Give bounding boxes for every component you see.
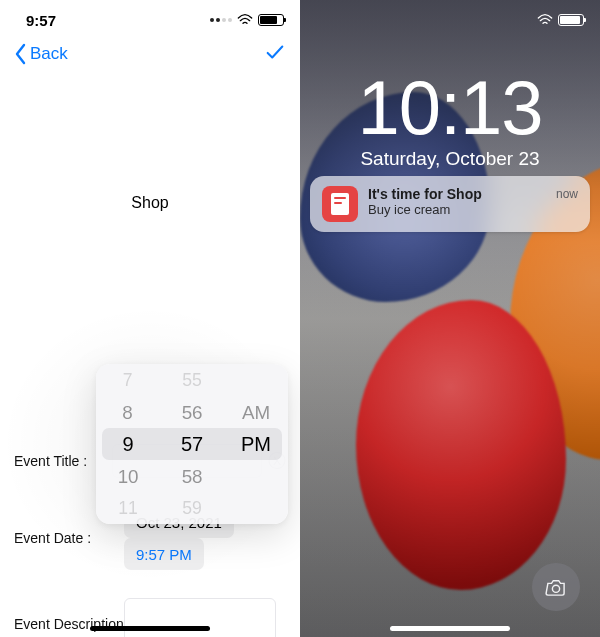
event-time-button[interactable]: 9:57 PM [124,538,204,570]
lockscreen-clock: 10:13 Saturday, October 23 [300,70,600,170]
picker-minute-column[interactable]: 55 56 57 58 59 [160,364,224,524]
row-event-description: Event Description : [14,598,286,637]
status-bar: 9:57 [0,0,300,34]
home-indicator[interactable] [90,626,210,631]
confirm-button[interactable] [264,41,286,67]
page-title: Shop [0,194,300,212]
picker-minute-selected: 57 [181,428,203,460]
picker-hour-option: 10 [118,461,139,491]
svg-point-0 [552,585,559,592]
picker-minute-option: 59 [182,494,202,522]
phone-lock-screen: 10:13 Saturday, October 23 It's time for… [300,0,600,637]
back-button[interactable]: Back [14,43,68,65]
clock-time: 10:13 [300,70,600,146]
back-label: Back [30,44,68,64]
status-bar [300,0,600,34]
cellular-icon [210,18,232,22]
picker-minute-option: 56 [182,397,203,427]
event-date-label: Event Date : [14,530,124,546]
phone-edit-event: 9:57 Back Shop 7 [0,0,300,637]
camera-icon [545,578,567,596]
picker-ampm-selected: PM [241,428,271,460]
notification-body: It's time for Shop Buy ice cream [368,186,546,222]
status-time: 9:57 [26,12,56,29]
notification-card[interactable]: It's time for Shop Buy ice cream now [310,176,590,232]
home-indicator[interactable] [390,626,510,631]
chevron-left-icon [14,43,28,65]
event-description-input[interactable] [124,598,276,637]
picker-minute-option: 58 [182,461,203,491]
event-description-label: Event Description : [14,598,124,637]
left-content: Shop 7 8 9 10 11 55 56 57 58 59 [0,74,300,212]
notification-title: It's time for Shop [368,186,546,202]
battery-icon [258,14,284,26]
clock-date: Saturday, October 23 [300,148,600,170]
picker-hour-option: 11 [118,494,138,522]
two-phone-canvas: 9:57 Back Shop 7 [0,0,600,637]
notification-app-icon [322,186,358,222]
picker-hour-option: 7 [123,366,133,394]
notification-timestamp: now [556,186,578,201]
nav-bar: Back [0,34,300,74]
status-icons [537,14,584,26]
picker-hour-column[interactable]: 7 8 9 10 11 [96,364,160,524]
time-picker[interactable]: 7 8 9 10 11 55 56 57 58 59 AM PM [96,364,288,524]
status-icons [210,14,284,26]
wifi-icon [537,14,553,26]
lockscreen-camera-button[interactable] [532,563,580,611]
wifi-icon [237,14,253,26]
checkmark-icon [264,41,286,63]
battery-icon [558,14,584,26]
picker-hour-option: 8 [123,397,133,427]
picker-minute-option: 55 [182,366,202,394]
notification-subtitle: Buy ice cream [368,202,546,217]
picker-ampm-column[interactable]: AM PM [224,364,288,524]
picker-ampm-option: AM [242,397,270,427]
note-icon [331,193,349,215]
picker-hour-selected: 9 [122,428,133,460]
